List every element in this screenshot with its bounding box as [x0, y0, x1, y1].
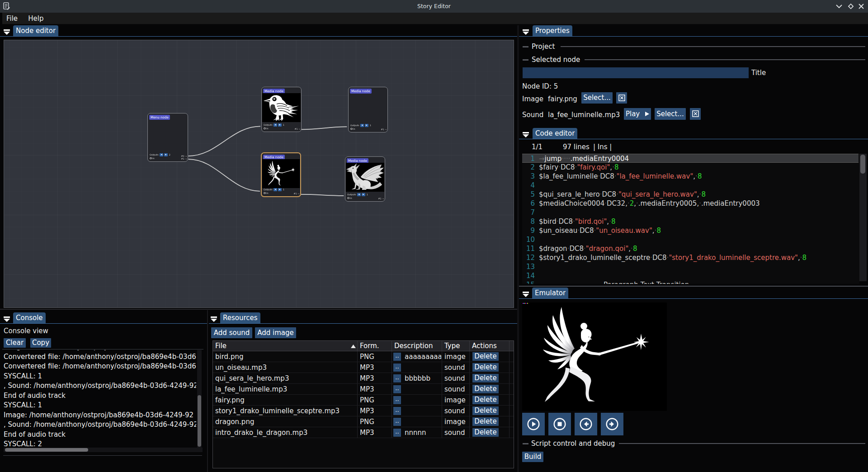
- delete-button[interactable]: Delete: [472, 385, 499, 393]
- input-port[interactable]: [264, 192, 266, 194]
- decrease-outputs-button[interactable]: ◀: [357, 193, 361, 196]
- connection-wire[interactable]: [189, 159, 260, 191]
- description-edit-button[interactable]: ..: [393, 374, 401, 382]
- emulator-back-button[interactable]: [575, 413, 597, 435]
- output-port[interactable]: #1 ⤳: [378, 198, 384, 200]
- table-row[interactable]: bird.pngPNG..aaaaaaaaaimageDelete: [213, 351, 514, 362]
- delete-button[interactable]: Delete: [472, 396, 499, 404]
- image-select-button[interactable]: Select...: [581, 92, 613, 104]
- table-row[interactable]: un_oiseau.mp3MP3..soundDelete: [213, 362, 514, 373]
- cell-file: un_oiseau.mp3: [213, 362, 356, 373]
- input-port[interactable]: [264, 127, 266, 130]
- node-fairy[interactable]: Media nodeOutputs ◀▶ 1In#1 ⤳: [261, 152, 301, 197]
- delete-button[interactable]: Delete: [472, 417, 499, 426]
- decrease-outputs-button[interactable]: ◀: [274, 188, 277, 191]
- column-header-type[interactable]: Type: [442, 341, 460, 351]
- cell-format: MP3: [358, 427, 391, 438]
- table-row[interactable]: story1_drako_luminelle_sceptre.mp3MP3..s…: [213, 406, 514, 416]
- copy-button[interactable]: Copy: [30, 338, 51, 348]
- tab-resources[interactable]: Resources: [220, 312, 260, 323]
- delete-button[interactable]: Delete: [472, 428, 499, 437]
- input-port[interactable]: [347, 197, 349, 199]
- code-editor-area[interactable]: 1→jump····.mediaEntry00042$fairy·DC8·"fa…: [522, 154, 859, 284]
- node-bird[interactable]: Media nodeOutputs ◀▶ 1In#1 ⤳: [261, 87, 302, 132]
- menu-help[interactable]: Help: [24, 13, 47, 24]
- description-edit-button[interactable]: ..: [393, 407, 401, 415]
- add-sound-button[interactable]: Add sound: [211, 327, 252, 338]
- output-port[interactable]: #1 ⤳: [181, 158, 187, 160]
- sound-select-button[interactable]: Select...: [655, 108, 686, 120]
- table-row[interactable]: fairy.pngPNG..imageDelete: [213, 395, 514, 406]
- decrease-outputs-button[interactable]: ◀: [160, 153, 163, 156]
- delete-button[interactable]: Delete: [472, 406, 499, 415]
- node-editor-header: Node editor: [0, 25, 517, 37]
- tab-emulator[interactable]: Emulator: [532, 288, 568, 298]
- description-edit-button[interactable]: ..: [393, 396, 401, 404]
- console-vertical-scrollbar[interactable]: [197, 350, 202, 448]
- table-row[interactable]: intro_drako_le_dragon.mp3MP3..nnnnnsound…: [213, 427, 514, 438]
- node-menu[interactable]: Menu nodeOutputs ◀▶ 2In#0 ⤳#1 ⤳: [147, 113, 188, 162]
- emulator-forward-button[interactable]: [601, 413, 623, 435]
- increase-outputs-button[interactable]: ▶: [362, 193, 365, 196]
- connection-wire[interactable]: [302, 127, 347, 129]
- emulator-play-button[interactable]: [522, 413, 545, 435]
- node-dragon[interactable]: Media nodeOutputs ◀▶ 1In#1 ⤳: [345, 156, 385, 202]
- add-image-button[interactable]: Add image: [255, 327, 296, 338]
- description-edit-button[interactable]: ..: [393, 385, 401, 393]
- output-port[interactable]: #1 ⤳: [295, 128, 300, 131]
- tab-node-editor[interactable]: Node editor: [13, 25, 58, 36]
- increase-outputs-button[interactable]: ▶: [278, 123, 282, 127]
- arrow-left-circle-icon: [580, 418, 592, 430]
- node-tr[interactable]: Media nodeOutputs ◀▶ 1In#1 ⤳: [348, 87, 388, 132]
- column-header-file[interactable]: File: [213, 341, 226, 351]
- emulator-stop-button[interactable]: [548, 413, 571, 435]
- collapse-icon[interactable]: [211, 315, 217, 324]
- stop-circle-icon: [553, 418, 566, 430]
- menu-file[interactable]: File: [2, 13, 22, 24]
- code-vertical-scrollbar[interactable]: [859, 154, 867, 281]
- input-port[interactable]: [150, 157, 152, 160]
- output-port[interactable]: #1 ⤳: [294, 193, 299, 195]
- decrease-outputs-button[interactable]: ◀: [274, 123, 277, 127]
- table-row[interactable]: la_fee_luminelle.mp3MP3..soundDelete: [213, 384, 514, 395]
- table-row[interactable]: dragon.pngPNG..imageDelete: [213, 416, 514, 427]
- node-editor-canvas[interactable]: Menu nodeOutputs ◀▶ 2In#0 ⤳#1 ⤳Media nod…: [4, 40, 514, 308]
- tab-console[interactable]: Console: [13, 312, 46, 323]
- fairy-image: [522, 302, 667, 411]
- sound-clear-button[interactable]: [690, 108, 701, 120]
- connection-wire[interactable]: [189, 126, 260, 156]
- column-header-description[interactable]: Description: [392, 341, 433, 351]
- tab-code-editor[interactable]: Code editor: [533, 128, 577, 139]
- collapse-icon[interactable]: [4, 315, 10, 324]
- connection-wire[interactable]: [301, 194, 344, 196]
- clear-button[interactable]: Clear: [4, 338, 26, 348]
- delete-button[interactable]: Delete: [472, 363, 499, 372]
- group-label: Selected node: [532, 56, 580, 64]
- description-edit-button[interactable]: ..: [393, 353, 401, 361]
- title-input[interactable]: [523, 67, 749, 78]
- tab-properties[interactable]: Properties: [533, 25, 572, 36]
- input-port[interactable]: [350, 128, 353, 130]
- delete-button[interactable]: Delete: [472, 374, 499, 382]
- collapse-icon[interactable]: [4, 28, 10, 37]
- build-button[interactable]: Build: [522, 452, 543, 462]
- description-edit-button[interactable]: ..: [393, 418, 401, 426]
- console-output[interactable]: Image: /home/anthony/ostproj/ba869e4b-03…: [4, 350, 196, 448]
- output-port[interactable]: #1 ⤳: [381, 128, 387, 131]
- image-clear-button[interactable]: [616, 92, 627, 104]
- collapse-icon[interactable]: [523, 290, 529, 299]
- decrease-outputs-button[interactable]: ◀: [360, 124, 364, 127]
- description-edit-button[interactable]: ..: [393, 363, 401, 372]
- column-header-actions[interactable]: Actions: [470, 341, 497, 351]
- description-edit-button[interactable]: ..: [393, 429, 401, 437]
- sound-play-button[interactable]: Play: [624, 108, 651, 120]
- column-header-form[interactable]: Form.: [358, 341, 379, 351]
- console-horizontal-scrollbar[interactable]: [4, 448, 203, 452]
- increase-outputs-button[interactable]: ▶: [365, 124, 368, 127]
- collapse-icon[interactable]: [523, 131, 529, 139]
- increase-outputs-button[interactable]: ▶: [278, 188, 282, 191]
- increase-outputs-button[interactable]: ▶: [164, 153, 168, 156]
- collapse-icon[interactable]: [523, 28, 529, 37]
- delete-button[interactable]: Delete: [472, 352, 499, 361]
- table-row[interactable]: qui_sera_le_hero.mp3MP3..bbbbbbsoundDele…: [213, 373, 514, 384]
